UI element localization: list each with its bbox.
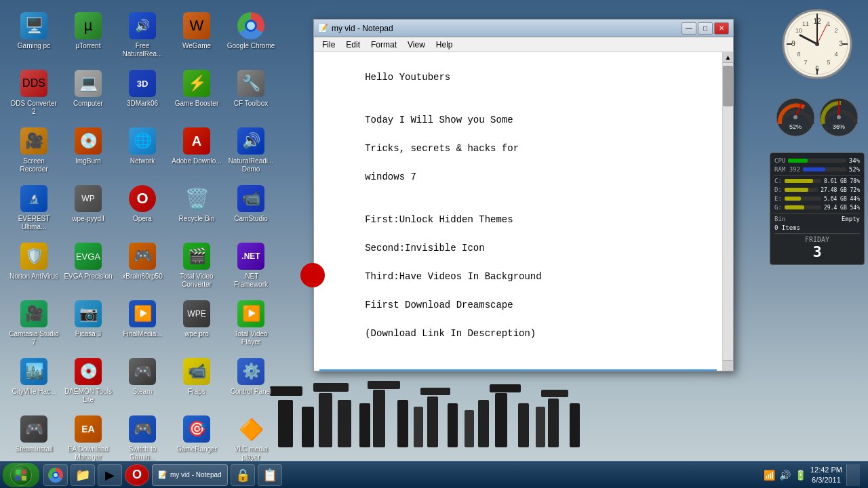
text-line-1: Hello Youtubers xyxy=(365,72,450,83)
close-button[interactable]: ✕ xyxy=(714,22,729,35)
text-line-6: Second:Invisible Icon xyxy=(365,243,484,253)
notepad-title: my vid - Notepad xyxy=(332,24,682,33)
icon-final-media[interactable]: ▶️ FinalMedia... xyxy=(115,295,170,349)
menu-file[interactable]: File xyxy=(317,39,340,51)
menu-edit[interactable]: Edit xyxy=(340,39,366,51)
icon-everest[interactable]: 🔬 EVEREST Ultima... xyxy=(7,180,61,234)
desktop: 🖥️ Gaming pc µ µTorrent 🔊 Free NaturalRe… xyxy=(0,0,868,488)
notepad-window: 📝 my vid - Notepad — □ ✕ File Edit Forma… xyxy=(313,19,734,371)
svg-text:8: 8 xyxy=(797,51,800,58)
taskbar-clipboard[interactable]: 📋 xyxy=(258,464,282,486)
icon-cityville[interactable]: 🏙️ CityVille Hac... xyxy=(7,352,61,407)
icon-gaming-pc[interactable]: 🖥️ Gaming pc xyxy=(7,7,61,61)
svg-text:4: 4 xyxy=(834,51,837,58)
svg-text:2: 2 xyxy=(834,27,837,34)
icon-screen-recorder[interactable]: 🎥 Screen Recorder xyxy=(7,122,61,176)
icon-total-video-player[interactable]: ▶️ Total Video Player xyxy=(224,295,278,349)
icon-wpe-pro[interactable]: WPE wpe pro xyxy=(170,295,224,349)
svg-text:36%: 36% xyxy=(833,123,845,130)
icon-switch-to-gaming[interactable]: 🎮 Switch to Gamin... xyxy=(115,410,170,464)
systray-network-icon: 📶 xyxy=(764,470,775,481)
icon-control-panel[interactable]: ⚙️ Control Panel xyxy=(224,352,278,407)
icon-wegame[interactable]: W WeGame xyxy=(170,7,224,61)
svg-text:52%: 52% xyxy=(789,123,802,130)
day-label: FRIDAY xyxy=(774,236,860,243)
icon-picasa[interactable]: 📷 Picasa 3 xyxy=(61,295,115,349)
taskbar-explorer[interactable]: 📁 xyxy=(71,464,95,486)
icon-google-chrome[interactable]: Google Chrome xyxy=(224,7,278,61)
svg-rect-0 xyxy=(278,400,293,447)
icon-imgburn[interactable]: 💿 ImgBurn xyxy=(61,122,115,176)
text-line-4: windows 7 xyxy=(365,171,416,182)
svg-rect-3 xyxy=(319,393,332,447)
icon-vlc[interactable]: 🔶 VLC media player xyxy=(224,410,278,464)
icon-gameranger[interactable]: 🎯 GameRanger xyxy=(170,410,224,464)
show-desktop-button[interactable] xyxy=(846,464,860,486)
icon-naturalreader-demo[interactable]: 🔊 NaturalReadi... Demo xyxy=(224,122,278,176)
icon-utorrent[interactable]: µ µTorrent xyxy=(61,7,115,61)
svg-rect-17 xyxy=(490,384,521,392)
icon-ea-download[interactable]: EA EA Download Manager xyxy=(61,410,115,464)
icon-dds-converter[interactable]: DDS DDS Converter 2 xyxy=(7,64,61,119)
svg-rect-12 xyxy=(420,388,450,395)
icon-steaminstall[interactable]: 🎮 SteamInstall xyxy=(7,410,61,464)
icon-norton[interactable]: 🛡️ Norton AntiVirus xyxy=(7,237,61,291)
taskbar-notepad-window[interactable]: 📝 my vid - Notepad xyxy=(152,464,228,486)
svg-rect-53 xyxy=(16,470,20,474)
taskbar-chrome[interactable] xyxy=(43,464,68,486)
notepad-text-area[interactable]: Hello Youtubers Today I Will Show you So… xyxy=(314,52,722,371)
taskbar-media[interactable]: ▶ xyxy=(98,464,122,486)
svg-rect-19 xyxy=(536,407,545,447)
icon-net-framework[interactable]: .NET .NET Framework xyxy=(224,237,278,291)
taskbar-clock[interactable]: 12:42 PM 6/3/2011 xyxy=(810,465,842,485)
icon-opera[interactable]: O Opera xyxy=(115,180,170,234)
icon-daemon-tools[interactable]: 💿 DAEMON Tools Lite xyxy=(61,352,115,407)
icon-camtasia[interactable]: 🎥 Camtasia Studio 7 xyxy=(7,295,61,349)
icon-network[interactable]: 🌐 Network xyxy=(115,122,170,176)
icon-fraps[interactable]: 📹 Fraps xyxy=(170,352,224,407)
icon-wpe-pyydll[interactable]: WP wpe-pyydll xyxy=(61,180,115,234)
icon-xbrain[interactable]: 🎮 xBrain60rp50 xyxy=(115,237,170,291)
icon-cf-toolbox[interactable]: 🔧 CF Toolbox xyxy=(224,64,278,119)
maximize-button[interactable]: □ xyxy=(698,22,713,35)
notepad-content: Hello Youtubers Today I Will Show you So… xyxy=(314,52,733,371)
e-drive-value: 5.64 GB 44% xyxy=(824,196,860,202)
menu-format[interactable]: Format xyxy=(366,39,402,51)
svg-rect-2 xyxy=(302,407,314,447)
svg-rect-9 xyxy=(397,400,408,447)
g-drive-value: 29.4 GB 54% xyxy=(824,205,860,211)
titlebar-buttons: — □ ✕ xyxy=(682,22,729,35)
notepad-taskbar-icon: 📝 xyxy=(158,470,167,479)
icon-3dmark[interactable]: 3D 3DMark06 xyxy=(115,64,170,119)
svg-rect-5 xyxy=(338,400,351,447)
icon-camstudio[interactable]: 📹 CamStudio xyxy=(224,180,278,234)
svg-rect-13 xyxy=(448,403,458,447)
icon-steam[interactable]: 🎮 Steam xyxy=(115,352,170,407)
svg-rect-20 xyxy=(548,399,559,447)
e-drive-label: E: xyxy=(774,195,782,202)
text-line-7: Third:Have Videos In Background xyxy=(365,271,541,282)
minimize-button[interactable]: — xyxy=(682,22,696,35)
notepad-titlebar: 📝 my vid - Notepad — □ ✕ xyxy=(314,20,733,37)
taskbar-lock[interactable]: 🔒 xyxy=(231,464,255,486)
icon-recycle-bin[interactable]: 🗑️ Recycle Bin xyxy=(170,180,224,234)
menu-view[interactable]: View xyxy=(402,39,431,51)
icon-free-naturalreader[interactable]: 🔊 Free NaturalRea... xyxy=(115,7,170,61)
icon-computer[interactable]: 💻 Computer xyxy=(61,64,115,119)
menu-help[interactable]: Help xyxy=(431,39,458,51)
d-drive-label: D: xyxy=(774,186,782,193)
cpu-value: 34% xyxy=(849,157,860,164)
taskbar-opera[interactable]: O xyxy=(125,464,149,486)
svg-rect-18 xyxy=(518,403,529,447)
ram-label: RAM 392 xyxy=(774,166,800,173)
icon-game-booster[interactable]: ⚡ Game Booster xyxy=(170,64,224,119)
icon-evga[interactable]: EVGA EVGA Precision xyxy=(61,237,115,291)
svg-point-47 xyxy=(793,115,797,119)
c-drive-value: 8.61 GB 78% xyxy=(824,178,860,184)
icon-adobe[interactable]: A Adobe Downlo... xyxy=(170,122,224,176)
icon-total-video-converter[interactable]: 🎬 Total Video Converter xyxy=(170,237,224,291)
start-button[interactable] xyxy=(3,463,39,487)
taskbar-time: 12:42 PM xyxy=(810,465,842,474)
notepad-scrollbar[interactable]: ▲ ▼ xyxy=(722,52,733,371)
text-line-3: Tricks, secrets & hacks for xyxy=(365,143,519,154)
